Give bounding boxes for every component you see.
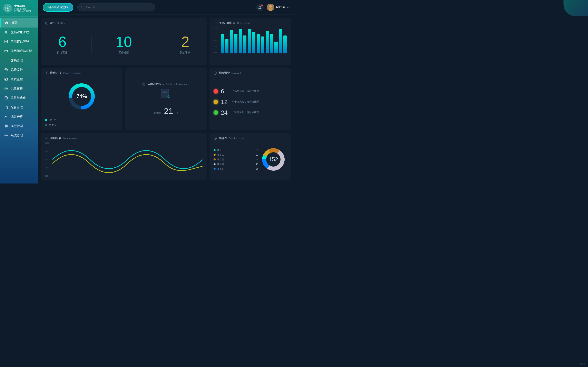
age-val-5: 14 [256,167,258,170]
home-icon [5,21,9,25]
svg-rect-11 [6,60,6,62]
sidebar-item-account-monitor[interactable]: 账款监控 [0,75,38,84]
sidebar-item-credit-eval[interactable]: 信用评估管理 [0,37,38,46]
sidebar-item-risk-transfer[interactable]: 风险转移 [0,84,38,93]
sidebar-label-model: 模型管理 [11,124,23,128]
stats-icon [4,115,8,119]
risk-dot-medium [214,100,218,104]
sidebar-item-trade-mgmt[interactable]: 交易管理 [0,56,38,65]
svg-line-27 [83,8,84,8]
eval-unit: 份 [176,111,178,115]
sidebar-item-credit-limit[interactable]: 信用额度与账期 [0,46,38,56]
age-name-2: 项目二 [217,153,254,156]
nav-menu: 首页 交易对象管理 信用评估管理 信用额度与账期 交易管理 [0,17,38,184]
trade-mgmt-icon [4,58,8,62]
age-dot-2 [214,154,216,156]
svg-rect-16 [5,78,8,80]
risk-alert-card: 风险预警 Risk-alert 6 个高危风险，请尽快处理 12 个中度风险，请… [209,68,291,130]
sidebar-item-risk-monitor[interactable]: 风险监控 [0,65,38,75]
sidebar-label-trade-mgmt: 交易管理 [11,58,23,62]
launch-button[interactable]: 启动风险驾驶舱 [43,3,73,12]
backlog-title: 待办 Backlog [45,21,203,25]
sidebar-item-supervise[interactable]: 监督与优化 [0,93,38,103]
svg-point-20 [6,98,7,99]
stat-reminder: 10 工作提醒 [116,34,132,54]
svg-point-30 [269,5,272,8]
bar-item [234,34,237,54]
sidebar-item-report[interactable]: 报告管理 [0,103,38,112]
avatar [267,4,274,11]
process-en: Process progress [63,72,81,74]
process-zh: 流程进度 [50,71,61,75]
age-item-5: 项目五 14 [214,167,258,170]
credit-eval-card: 信用评估报告 Credit evaluation report 新报告 21 份 [125,68,207,130]
stat-divider-2 [156,36,156,53]
sidebar-label-account-monitor: 账款监控 [11,77,23,81]
age-val-4: 45 [256,163,258,165]
risk-text-low: 个轻微风险，请尽快处理 [232,111,259,114]
svg-point-28 [259,8,260,9]
risk-item-low: 24 个轻微风险，请尽快处理 [214,109,287,116]
sidebar-label-supervise: 监督与优化 [11,96,26,100]
svg-rect-48 [163,94,166,94]
risk-transfer-icon [4,86,8,91]
clock-icon [214,137,217,140]
bar-item [266,31,269,53]
age-item-2: 项目二 10 [214,153,258,156]
overdue-zh: 逾期报表 [50,136,61,140]
bar-chart-icon [214,21,217,25]
hourglass-icon [45,71,48,75]
svg-rect-45 [161,89,169,98]
sidebar-item-home[interactable]: 首页 [0,18,38,27]
backlog-card: 待办 Backlog 6 待办工作 10 工作提醒 2 我的客户 [41,18,207,65]
process-donut-area: 74% [45,77,118,116]
bar-chart: 1000 900 800 700 600 [214,27,287,53]
process-percent: 74% [76,93,87,100]
sidebar-label-stats: 统计分析 [11,115,23,119]
bar-item [239,29,242,53]
legend-label-active: 进行中 [49,118,56,122]
svg-rect-24 [6,126,8,127]
sidebar-item-stats[interactable]: 统计分析 [0,112,38,121]
sidebar-label-credit-limit: 信用额度与账期 [11,49,32,53]
customer-label: 我的客户 [180,51,190,54]
reminder-label: 工作提醒 [118,51,129,54]
sidebar-item-system[interactable]: 系统管理 [0,131,38,140]
shield-icon [214,71,217,75]
age-val-3: 15 [256,158,258,161]
backlog-icon [45,21,48,25]
risk-monitor-icon [4,68,8,72]
legend-dot-inactive [45,124,47,126]
credit-eval-zh: 信用评估报告 [147,82,164,86]
credit-report-card: 授信占用报表 Credit report 1000 900 800 700 60… [209,18,291,65]
risk-alert-title: 风险预警 Risk-alert [214,71,287,75]
legend-label-inactive: 未进行 [49,124,56,127]
overdue-en: Overdue report [63,137,78,140]
age-dot-5 [214,168,216,170]
process-title: 流程进度 Process progress [45,71,118,75]
credit-limit-icon [4,49,8,53]
risk-dot-low [214,110,218,115]
user-avatar-area[interactable]: Admin [267,4,289,11]
sidebar: 中化国际 SINOCHEM INTERNATIONAL 首页 交易对象管理 信用… [0,0,38,184]
bar-item [261,36,264,53]
credit-report-zh: 授信占用报表 [218,21,236,25]
search-box[interactable] [77,3,155,11]
age-title: 账龄表 Overdue report [214,136,287,140]
sidebar-item-model[interactable]: 模型管理 [0,121,38,131]
age-val-1: 6 [257,149,258,151]
risk-text-high: 个高危风险，请尽快处理 [232,90,259,93]
sidebar-item-trade-partner[interactable]: 交易对象管理 [0,27,38,37]
svg-rect-35 [214,24,214,25]
age-item-4: 项目四 45 [214,163,258,166]
report-icon [4,105,8,109]
search-input[interactable] [86,6,151,9]
svg-rect-32 [45,22,48,24]
age-donut-wrap: 152 [260,146,287,173]
bell-icon [258,6,262,9]
notification-bell[interactable] [256,4,264,11]
credit-report-en: Credit report [237,22,250,24]
age-name-3: 项目三 [217,158,254,161]
age-name-4: 项目四 [217,163,254,166]
eval-info: 新报告 21 份 [154,107,178,116]
